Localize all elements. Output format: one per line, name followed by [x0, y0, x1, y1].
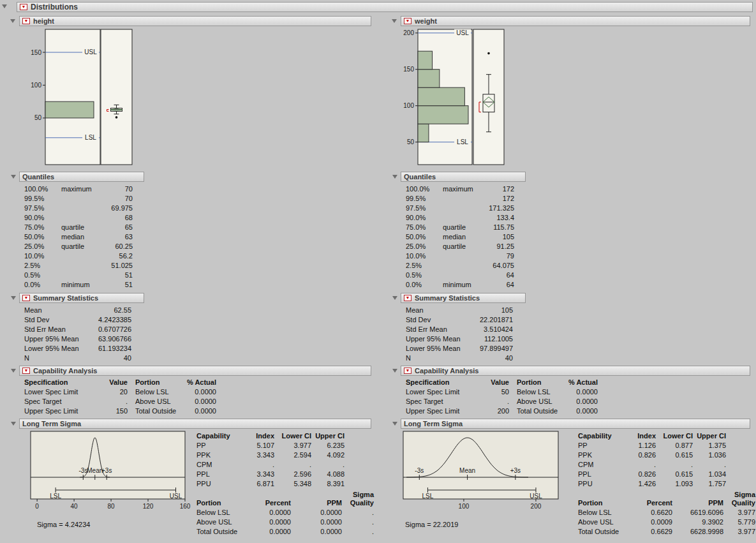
col-upper-ci: Upper CI [693, 431, 726, 441]
portion-name: Above USL [517, 397, 563, 406]
quantile-name [61, 213, 100, 223]
spec-value: 20 [96, 387, 128, 397]
height-capability-collapse-triangle[interactable] [11, 369, 16, 373]
weight-collapse-triangle[interactable] [392, 19, 397, 23]
col-pct-actual: % Actual [181, 378, 216, 387]
quantile-value: 51.025 [100, 261, 133, 271]
quantile-value: 51 [100, 271, 133, 280]
weight-summary-red-triangle-menu-icon[interactable]: ▼ [404, 295, 411, 301]
summary-value: 62.55 [114, 306, 131, 315]
portion-name: Below LSL [578, 508, 634, 517]
summary-row: Lower 95% Mean 61.193234 [24, 344, 131, 353]
portion-row: Above USL 0.0000 0.0000 . [196, 517, 374, 527]
histogram-bar[interactable] [45, 101, 94, 118]
quantile-pct: 25.0% [24, 242, 61, 251]
quantile-value: 68 [100, 213, 133, 223]
height-summary-red-triangle-menu-icon[interactable]: ▼ [22, 295, 30, 301]
height-summary-table: Mean 62.55 Std Dev 4.2423385 Std Err Mea… [24, 306, 131, 363]
histogram-bar[interactable] [418, 124, 429, 142]
capability-index-row: PPK 0.826 0.615 1.036 [578, 450, 726, 460]
portion-ppm: 6619.6096 [672, 508, 723, 517]
weight-title: weight [415, 17, 437, 25]
height-sigma-collapse-triangle[interactable] [11, 422, 16, 426]
histogram-bar[interactable] [418, 70, 440, 87]
weight-quantiles-collapse-triangle[interactable] [392, 175, 397, 179]
distributions-collapse-triangle[interactable] [2, 4, 7, 8]
summary-value: 97.899497 [480, 344, 513, 353]
height-histogram-plot[interactable]: 50100150USLLSL [18, 28, 145, 170]
weight-quantiles-table: 100.0% maximum 172 99.5% 172 97.5% 171.3… [406, 184, 514, 290]
quantile-row: 2.5% 51.025 [24, 261, 133, 271]
quantile-value: 65 [100, 223, 133, 232]
quantile-row: 75.0% quartile 65 [24, 223, 133, 232]
y-axis-tick-label: 50 [34, 114, 42, 121]
portion-percent: 0.0000 [253, 527, 291, 537]
col-ppm: PPM [672, 498, 723, 508]
quantile-pct: 90.0% [24, 213, 61, 223]
height-summary-header: ▼ Summary Statistics [19, 293, 144, 303]
capability-index-row: PP 1.126 0.877 1.375 [578, 441, 726, 450]
weight-outline-header: ▼ weight [401, 16, 750, 26]
histogram-bar[interactable] [418, 87, 464, 105]
index-value: 0.826 [624, 470, 656, 479]
height-red-triangle-menu-icon[interactable]: ▼ [22, 18, 30, 24]
height-summary-collapse-triangle[interactable] [11, 296, 16, 300]
weight-red-triangle-menu-icon[interactable]: ▼ [404, 18, 411, 24]
weight-capability-header: ▼ Capability Analysis [401, 366, 750, 376]
spec-limit-label: USL [530, 493, 542, 500]
portion-actual: 0.0000 [563, 397, 598, 406]
portion-actual: 0.0000 [181, 406, 216, 416]
col-capability: Capability [196, 431, 242, 441]
quantile-name [443, 213, 481, 223]
summary-label: Std Err Mean [406, 325, 484, 334]
summary-value: 40 [124, 353, 131, 363]
summary-value: 22.201871 [480, 315, 513, 325]
weight-quantiles-header: Quantiles [401, 172, 526, 182]
col-quality: Quality [342, 498, 374, 508]
spec-value: 50 [477, 387, 509, 397]
histogram-bar[interactable] [418, 106, 468, 124]
index-value: 3.343 [242, 450, 274, 460]
quantile-value: 70 [100, 194, 133, 204]
weight-portion-header-line2: Portion Percent PPM Quality [578, 498, 755, 508]
portion-row: Below LSL 0.6620 6619.6096 3.977 [578, 508, 755, 517]
quantile-value: 64.075 [481, 261, 514, 271]
y-axis-tick-label: 200 [403, 29, 414, 36]
sigma-marker-label: +3s [101, 467, 112, 474]
weight-portion-table: Below LSL 0.6620 6619.6096 3.977 Above U… [578, 508, 755, 537]
height-capability-red-triangle-menu-icon[interactable]: ▼ [22, 368, 30, 374]
portion-name: Below LSL [196, 508, 253, 517]
height-quantiles-collapse-triangle[interactable] [11, 175, 16, 179]
height-collapse-triangle[interactable] [10, 19, 15, 23]
col-portion: Portion [196, 498, 253, 508]
summary-value: 112.1005 [484, 334, 513, 344]
quantile-row: 50.0% median 105 [406, 232, 514, 242]
weight-summary-collapse-triangle[interactable] [392, 296, 397, 300]
quantile-value: 69.975 [100, 204, 133, 213]
quantile-pct: 100.0% [24, 184, 61, 194]
x-axis-tick-label: 160 [180, 503, 191, 510]
summary-value: 4.2423385 [98, 315, 131, 325]
index-name: PPL [196, 470, 242, 479]
summary-value: 63.906766 [98, 334, 131, 344]
outlier-point [115, 116, 118, 119]
summary-value: 3.510424 [484, 325, 513, 334]
quantile-value: 56.2 [100, 251, 133, 261]
y-axis-tick-label: 150 [31, 49, 41, 56]
capability-index-row: PPK 3.343 2.594 4.092 [196, 450, 345, 460]
weight-capability-curve-plot[interactable]: -3sMean+3sLSLUSL100200 [397, 429, 569, 513]
weight-capability-red-triangle-menu-icon[interactable]: ▼ [404, 368, 411, 374]
weight-histogram-plot[interactable]: 50100150200USLLSL [399, 28, 527, 170]
quantile-row: 0.0% minimum 51 [24, 280, 133, 290]
weight-capability-collapse-triangle[interactable] [392, 369, 397, 373]
height-capability-header: ▼ Capability Analysis [19, 366, 371, 376]
summary-row: N 40 [406, 353, 513, 363]
height-capability-curve-plot[interactable]: -3sMean+3sLSLUSL04080120160 [27, 429, 199, 513]
y-axis-tick-label: 50 [407, 138, 415, 145]
histogram-bar[interactable] [418, 51, 433, 69]
index-lower-ci: 0.615 [656, 450, 693, 460]
col-portion: Portion [578, 498, 634, 508]
weight-sigma-collapse-triangle[interactable] [392, 422, 397, 426]
col-index: Index [624, 431, 656, 441]
summary-label: Mean [406, 306, 501, 315]
